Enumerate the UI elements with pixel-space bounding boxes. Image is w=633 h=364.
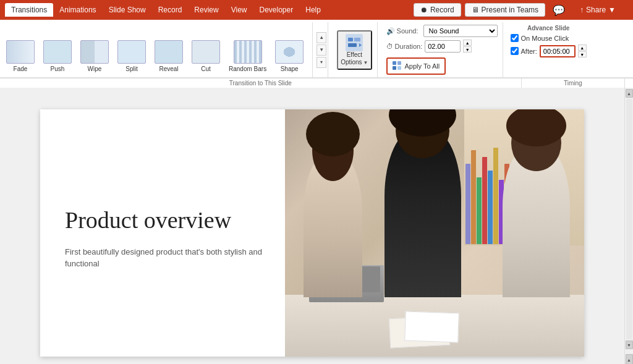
wipe-icon <box>80 40 109 64</box>
transition-wipe[interactable]: Wipe <box>77 38 113 75</box>
randombars-icon <box>234 40 262 64</box>
transition-section-label: Transition to This Slide <box>0 78 522 88</box>
transition-fade[interactable]: Fade <box>2 38 38 75</box>
book-4 <box>482 157 487 243</box>
book-5 <box>488 171 493 244</box>
slide-text-area: Product overview First beautifully desig… <box>40 109 285 357</box>
sound-label: 🔊 Sound: <box>386 27 421 35</box>
tab-help[interactable]: Help <box>299 3 327 17</box>
slide-canvas-area: Product overview First beautifully desig… <box>0 88 624 364</box>
nav-prev-button[interactable]: ▲ <box>626 354 633 364</box>
share-dropdown-icon: ▼ <box>608 6 616 14</box>
record-icon: ⏺ <box>420 6 428 14</box>
share-label: Share <box>586 6 606 14</box>
after-input[interactable] <box>540 45 576 57</box>
slide-title: Product overview <box>65 208 266 234</box>
push-icon <box>43 40 72 64</box>
duration-down-button[interactable]: ▼ <box>463 46 472 53</box>
apply-to-all-label: Apply To All <box>405 62 440 70</box>
transition-push[interactable]: Push <box>40 38 75 75</box>
tab-developer[interactable]: Developer <box>253 3 300 17</box>
svg-rect-5 <box>397 61 401 65</box>
tab-slideshow[interactable]: Slide Show <box>103 3 152 17</box>
svg-marker-3 <box>359 43 362 47</box>
scroll-more-button[interactable]: ▾ <box>316 57 326 68</box>
main-area: Product overview First beautifully desig… <box>0 88 633 364</box>
after-label: After: <box>521 48 537 55</box>
sound-select[interactable]: No Sound <box>423 25 498 37</box>
svg-rect-0 <box>348 38 353 41</box>
slide-subtitle: First beautifully designed product that'… <box>65 246 266 270</box>
effect-options-button[interactable]: EffectOptions▼ <box>337 30 372 70</box>
tab-record[interactable]: Record <box>152 3 189 17</box>
duration-up-button[interactable]: ▲ <box>463 40 472 46</box>
sound-icon: 🔊 <box>386 27 395 35</box>
tab-view[interactable]: View <box>225 3 253 17</box>
push-label: Push <box>51 66 65 72</box>
mouse-click-row: On Mouse Click <box>511 34 587 42</box>
transition-split[interactable]: Split <box>114 38 150 75</box>
comment-button[interactable]: 💬 <box>549 3 569 17</box>
svg-rect-7 <box>397 66 401 70</box>
shape-icon <box>275 40 304 64</box>
transition-randombars[interactable]: Random Bars <box>225 38 270 75</box>
duration-label: ⏱ Duration: <box>386 43 423 50</box>
present-teams-icon: 🖥 <box>472 6 479 14</box>
scrollbar-down-button[interactable]: ▼ <box>626 341 633 349</box>
timing-section-label: Timing <box>522 78 624 88</box>
record-label: Record <box>430 6 454 14</box>
tab-transitions[interactable]: Transitions <box>5 3 53 17</box>
after-checkbox[interactable] <box>511 47 519 55</box>
transition-reveal[interactable]: Reveal <box>151 38 187 75</box>
split-label: Split <box>125 66 137 72</box>
share-button[interactable]: ↑ Share ▼ <box>572 3 623 17</box>
book-3 <box>477 177 482 244</box>
share-icon: ↑ <box>580 6 584 14</box>
effect-options-icon <box>346 34 363 51</box>
person-center-area <box>375 109 470 297</box>
present-teams-button[interactable]: 🖥 Present in Teams <box>465 3 546 17</box>
scroll-down-button[interactable]: ▼ <box>316 44 326 56</box>
scroll-arrows: ▲ ▼ ▾ <box>315 22 328 77</box>
transitions-group: Fade Push Wipe Split Reveal Cut Random B… <box>2 22 313 77</box>
section-labels-row: Transition to This Slide Timing <box>0 78 633 88</box>
paper-2 <box>404 311 459 342</box>
effect-options-label: EffectOptions▼ <box>341 51 368 66</box>
fade-label: Fade <box>14 66 28 72</box>
split-icon <box>117 40 146 64</box>
duration-input[interactable] <box>425 40 461 53</box>
apply-to-all-button[interactable]: Apply To All <box>386 57 446 75</box>
svg-rect-6 <box>393 66 396 70</box>
transition-shape[interactable]: Shape <box>271 38 307 75</box>
apply-to-all-container: Apply To All <box>386 55 498 75</box>
tab-animations[interactable]: Animations <box>53 3 102 17</box>
scrollbar-right: ▲ ▼ ▲ ▼ <box>624 88 633 364</box>
after-down-button[interactable]: ▼ <box>578 51 587 57</box>
present-teams-label: Present in Teams <box>482 6 539 14</box>
person-left-area <box>291 119 375 297</box>
duration-row: ⏱ Duration: ▲ ▼ <box>386 40 498 53</box>
tab-review[interactable]: Review <box>188 3 224 17</box>
reveal-label: Reveal <box>159 66 178 72</box>
apply-to-all-icon <box>393 61 402 71</box>
mouse-click-checkbox[interactable] <box>511 34 519 42</box>
office-photo <box>285 109 584 357</box>
scroll-up-button[interactable]: ▲ <box>316 32 326 43</box>
scrollbar-up-button[interactable]: ▲ <box>626 89 633 98</box>
person-right-area <box>495 109 579 297</box>
after-up-button[interactable]: ▲ <box>578 44 587 51</box>
record-button[interactable]: ⏺ Record <box>414 3 461 17</box>
effect-options-group: EffectOptions▼ <box>332 22 377 77</box>
svg-rect-4 <box>393 61 396 65</box>
scrollbar-track <box>626 99 632 339</box>
transition-cut[interactable]: Cut <box>188 38 224 75</box>
svg-rect-2 <box>348 43 357 47</box>
shape-label: Shape <box>281 66 299 72</box>
svg-rect-1 <box>354 38 360 41</box>
advance-group: Advance Slide On Mouse Click After: ▲ ▼ <box>506 22 592 77</box>
book-2 <box>471 150 476 243</box>
slide-image-area <box>285 109 584 357</box>
apply-all-svg <box>393 61 402 70</box>
slide-canvas: Product overview First beautifully desig… <box>40 109 584 357</box>
randombars-label: Random Bars <box>229 66 266 72</box>
